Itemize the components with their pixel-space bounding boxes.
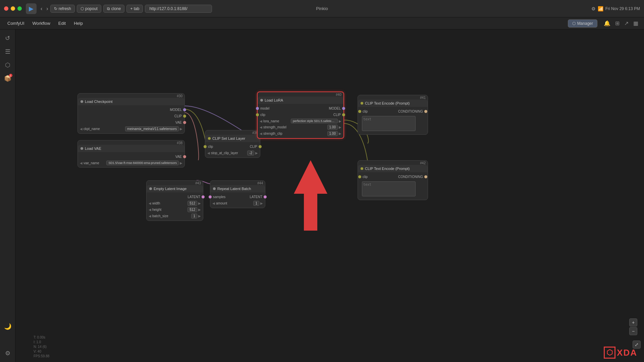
canvas[interactable]: #30 Load Checkpoint MODEL CLIP VAE [15,29,644,362]
stop-right-arrow[interactable]: ▶ [255,151,258,155]
node-id-42: #42 [358,161,428,165]
svg-marker-0 [294,160,327,231]
traffic-lights [4,6,22,11]
app-icon[interactable]: ▶ [26,3,37,14]
port-vae-output: VAE [78,119,184,126]
port-model-output: MODEL [78,107,184,113]
str-model-right[interactable]: ▶ [339,125,341,129]
vae-value: SD1.5/vae-ft-mse-840000-ema-pruned.safet… [106,161,179,165]
amount-right[interactable]: ▶ [260,201,263,205]
batch-right[interactable]: ▶ [198,214,201,218]
sidebar-cube-button[interactable]: ⬡ [2,60,13,70]
system-status-icon: ⚙ [591,6,596,11]
height-right[interactable]: ▶ [198,208,201,212]
batch-left[interactable]: ◀ [149,214,151,218]
sidebar-package-button[interactable]: 📦 1 [2,73,13,84]
xda-logo: ⬡ XDA [604,347,637,359]
vae-left-arrow[interactable]: ◀ [80,161,83,165]
clip-text-1-input[interactable] [362,116,416,131]
node-id-39: #39 [205,130,260,135]
red-arrow-annotation [287,160,334,231]
node-repeat-latent[interactable]: #44 Repeat Latent Batch samples LATENT ◀… [210,180,265,208]
node-clip-set-last-body: clip CLIP ◀ stop_at_clip_layer -2 ▶ [205,142,260,158]
node-load-lora[interactable]: #40 Load LoRA model MODEL clip CLIP [257,92,344,139]
str-clip-value: 1.00 [327,131,338,136]
node-id-40: #40 [258,92,343,97]
node-clip-text-2[interactable]: #42 CLIP Text Encode (Prompt) clip CONDI… [358,160,428,200]
clip-text-1-cond-output [424,110,427,113]
menu-workflow[interactable]: Workflow [29,19,54,27]
vae-right-arrow[interactable]: ▶ [180,161,182,165]
node-clip-text-1-body: clip CONDITIONING [358,107,428,134]
sidebar-list-button[interactable]: ☰ [2,46,13,57]
refresh-button[interactable]: ↻ refresh [50,5,75,13]
str-clip-left[interactable]: ◀ [260,132,262,135]
lora-clip-output [342,113,345,116]
menu-comfyui[interactable]: ComfyUI [4,19,28,27]
strength-clip-param: ◀ strength_clip 1.00 ▶ [258,130,343,137]
width-right[interactable]: ▶ [198,201,201,205]
menu-edit[interactable]: Edit [55,19,69,27]
bookmark-icon[interactable]: ⊞ [613,19,621,27]
clip-text-2-text-area-wrap [360,180,426,198]
lora-name-param: ◀ lora_name perfection style SD1.5.safet… [258,118,343,124]
manager-button[interactable]: ⬡ Manager [568,19,597,27]
node-clip-set-last[interactable]: #39 CLIP Set Last Layer clip CLIP ◀ stop… [205,130,260,158]
forward-button[interactable]: › [44,4,50,13]
amount-value: 1 [253,201,259,206]
clip-text-2-input[interactable] [362,181,416,196]
ckpt-right-arrow[interactable]: ▶ [180,127,182,131]
str-model-left[interactable]: ◀ [260,125,262,129]
close-button[interactable] [4,6,8,11]
height-left[interactable]: ◀ [149,208,151,212]
clip-text-1-text-area-wrap [360,115,426,133]
clip-text-2-cond-output [424,175,427,178]
new-tab-button[interactable]: + tab [126,5,143,13]
lora-name-left[interactable]: ◀ [260,119,262,123]
node-load-vae-body: VAE ◀ vae_name SD1.5/vae-ft-mse-840000-e… [78,152,184,167]
node-id-44: #44 [210,181,265,185]
manager-icon: ⬡ [572,21,576,26]
zoom-out-button[interactable]: − [629,327,637,335]
sidebar-settings-button[interactable]: ⚙ [2,348,13,359]
ckpt-value: meinamix_meinaV11.safetensors [125,126,179,131]
lora-model-output [342,107,345,110]
wifi-icon: 📶 [598,6,603,11]
clip-text-2-port-row: clip CONDITIONING [360,174,426,180]
node-clip-text-1[interactable]: #41 CLIP Text Encode (Prompt) clip CONDI… [358,95,428,135]
clone-button[interactable]: ⧉ clone [103,5,125,13]
ckpt-left-arrow[interactable]: ◀ [80,127,83,131]
width-left[interactable]: ◀ [149,201,151,205]
batch-size-param: ◀ batch_size 1 ▶ [147,213,203,219]
str-clip-right[interactable]: ▶ [339,132,341,135]
menu-help[interactable]: Help [70,19,86,27]
share-icon[interactable]: ↗ [623,19,630,27]
minimize-button[interactable] [11,6,15,11]
toolbar-icons: 🔔 ⊞ ↗ ▦ [602,19,640,27]
bell-icon[interactable]: 🔔 [602,19,612,27]
lora-name-right[interactable]: ▶ [339,119,341,123]
sidebar-history-button[interactable]: ↺ [2,33,13,44]
system-icons: ⚙ 📶 Fri Nov 29 6:13 PM [591,6,640,11]
zoom-in-button[interactable]: + [629,318,637,326]
node-id-43: #43 [147,181,203,185]
maximize-button[interactable] [17,6,22,11]
lora-name-value: perfection style SD1.5.safetensors [291,119,338,123]
lora-model-input [256,107,259,110]
node-empty-latent[interactable]: #43 Empty Latent Image LATENT ◀ width 51… [146,180,203,221]
url-bar[interactable]: http://127.0.0.1:8188/ [145,5,212,13]
refresh-icon: ↻ [54,6,57,11]
amount-left[interactable]: ◀ [212,201,215,205]
node-clip-text-2-header: CLIP Text Encode (Prompt) [358,165,428,172]
stop-left-arrow[interactable]: ◀ [207,151,210,155]
node-load-checkpoint-header: Load Checkpoint [78,98,184,105]
node-load-vae-header: Load VAE [78,145,184,152]
node-load-vae[interactable]: #38 Load VAE VAE ◀ vae_name SD1.5/vae-ft… [77,140,185,168]
node-load-checkpoint[interactable]: #30 Load Checkpoint MODEL CLIP VAE [77,93,185,134]
clip-text-1-clip-input [358,110,361,113]
popout-button[interactable]: ⬡ popout [77,5,101,13]
sidebar-theme-button[interactable]: 🌙 [2,321,13,332]
node-id-38: #38 [78,140,184,145]
grid-icon[interactable]: ▦ [632,19,640,27]
back-button[interactable]: ‹ [39,4,44,13]
